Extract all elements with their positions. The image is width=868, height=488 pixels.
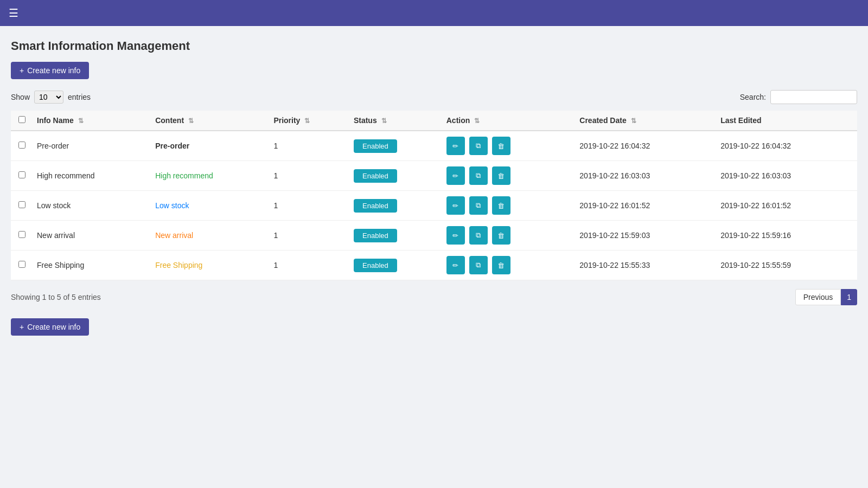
- action-group-3: ✏ ⧉ 🗑: [446, 226, 571, 245]
- row-action: ✏ ⧉ 🗑: [442, 131, 576, 161]
- header-priority: Priority ⇅: [269, 111, 349, 131]
- showing-text: Showing 1 to 5 of 5 entries: [11, 293, 101, 301]
- table-header-row: Info Name ⇅ Content ⇅ Priority ⇅ Status …: [11, 111, 857, 131]
- top-bar: ☰: [0, 0, 868, 26]
- row-priority: 1: [269, 221, 349, 251]
- table-row: High recommend High recommend 1 Enabled …: [11, 161, 857, 191]
- status-enabled-button-1[interactable]: Enabled: [354, 169, 397, 183]
- row-last-edited: 2019-10-22 16:04:32: [716, 131, 857, 161]
- header-created-date: Created Date ⇅: [575, 111, 716, 131]
- main-content: Smart Information Management + Create ne…: [0, 26, 868, 359]
- row-last-edited: 2019-10-22 16:03:03: [716, 161, 857, 191]
- search-area: Search:: [740, 90, 857, 104]
- edit-button-2[interactable]: ✏: [446, 196, 465, 215]
- row-priority: 1: [269, 191, 349, 221]
- row-content: New arrival: [151, 221, 269, 251]
- edit-button-4[interactable]: ✏: [446, 256, 465, 274]
- table-row: New arrival New arrival 1 Enabled ✏ ⧉ 🗑 …: [11, 221, 857, 251]
- action-group-4: ✏ ⧉ 🗑: [446, 256, 571, 274]
- row-priority: 1: [269, 161, 349, 191]
- header-content: Content ⇅: [151, 111, 269, 131]
- page-title: Smart Information Management: [11, 39, 857, 53]
- row-last-edited: 2019-10-22 15:59:16: [716, 221, 857, 251]
- row-status: Enabled: [349, 251, 442, 280]
- copy-button-1[interactable]: ⧉: [469, 166, 488, 185]
- delete-button-4[interactable]: 🗑: [492, 256, 510, 274]
- sort-icon-status[interactable]: ⇅: [381, 117, 387, 125]
- delete-button-3[interactable]: 🗑: [492, 226, 510, 245]
- status-enabled-button-4[interactable]: Enabled: [354, 259, 397, 272]
- row-checkbox-col: [11, 131, 33, 161]
- sort-icon-content[interactable]: ⇅: [188, 117, 194, 125]
- row-created-date: 2019-10-22 15:59:03: [575, 221, 716, 251]
- row-content: Low stock: [151, 191, 269, 221]
- status-enabled-button-3[interactable]: Enabled: [354, 229, 397, 242]
- row-content: Free Shipping: [151, 251, 269, 280]
- row-checkbox-0[interactable]: [18, 142, 25, 149]
- pagination-row: Showing 1 to 5 of 5 entries Previous 1: [11, 289, 857, 305]
- hamburger-icon[interactable]: ☰: [9, 7, 18, 20]
- row-info-name: Free Shipping: [33, 251, 151, 280]
- row-info-name: Low stock: [33, 191, 151, 221]
- row-checkbox-2[interactable]: [18, 201, 25, 208]
- delete-button-2[interactable]: 🗑: [492, 196, 510, 215]
- delete-button-1[interactable]: 🗑: [492, 166, 510, 185]
- edit-button-1[interactable]: ✏: [446, 166, 465, 185]
- row-created-date: 2019-10-22 16:04:32: [575, 131, 716, 161]
- row-checkbox-col: [11, 251, 33, 280]
- copy-button-2[interactable]: ⧉: [469, 196, 488, 215]
- previous-button[interactable]: Previous: [795, 289, 841, 305]
- edit-button-3[interactable]: ✏: [446, 226, 465, 245]
- row-status: Enabled: [349, 131, 442, 161]
- copy-button-3[interactable]: ⧉: [469, 226, 488, 245]
- delete-button-0[interactable]: 🗑: [492, 137, 510, 155]
- pagination-buttons: Previous 1: [795, 289, 857, 305]
- search-label: Search:: [740, 93, 766, 101]
- copy-button-4[interactable]: ⧉: [469, 256, 488, 274]
- row-created-date: 2019-10-22 16:01:52: [575, 191, 716, 221]
- table-row: Low stock Low stock 1 Enabled ✏ ⧉ 🗑 2019…: [11, 191, 857, 221]
- row-action: ✏ ⧉ 🗑: [442, 191, 576, 221]
- row-created-date: 2019-10-22 16:03:03: [575, 161, 716, 191]
- show-entries: Show 10 25 50 100 entries: [11, 91, 91, 104]
- create-new-info-button-top[interactable]: + Create new info: [11, 62, 89, 79]
- entries-select[interactable]: 10 25 50 100: [34, 91, 63, 104]
- sort-icon-priority[interactable]: ⇅: [304, 117, 310, 125]
- create-button-bottom-label: Create new info: [27, 323, 80, 331]
- row-checkbox-col: [11, 221, 33, 251]
- sort-icon-created-date[interactable]: ⇅: [631, 117, 636, 125]
- plus-icon-top: +: [20, 66, 24, 75]
- row-created-date: 2019-10-22 15:55:33: [575, 251, 716, 280]
- edit-button-0[interactable]: ✏: [446, 137, 465, 155]
- action-group-2: ✏ ⧉ 🗑: [446, 196, 571, 215]
- create-button-top-label: Create new info: [27, 66, 80, 75]
- sort-icon-action[interactable]: ⇅: [474, 117, 480, 125]
- row-info-name: High recommend: [33, 161, 151, 191]
- header-status: Status ⇅: [349, 111, 442, 131]
- header-last-edited: Last Edited: [716, 111, 857, 131]
- row-checkbox-3[interactable]: [18, 231, 25, 238]
- row-checkbox-col: [11, 191, 33, 221]
- row-status: Enabled: [349, 221, 442, 251]
- sort-icon-info-name[interactable]: ⇅: [78, 117, 84, 125]
- status-enabled-button-2[interactable]: Enabled: [354, 199, 397, 213]
- table-controls: Show 10 25 50 100 entries Search:: [11, 90, 857, 104]
- header-checkbox-col: [11, 111, 33, 131]
- row-info-name: New arrival: [33, 221, 151, 251]
- entries-label: entries: [68, 93, 91, 101]
- status-enabled-button-0[interactable]: Enabled: [354, 139, 397, 153]
- row-info-name: Pre-order: [33, 131, 151, 161]
- search-input[interactable]: [770, 90, 857, 104]
- action-group-0: ✏ ⧉ 🗑: [446, 137, 571, 155]
- next-page-button[interactable]: 1: [841, 289, 857, 305]
- info-table: Info Name ⇅ Content ⇅ Priority ⇅ Status …: [11, 111, 857, 280]
- select-all-checkbox[interactable]: [18, 116, 25, 123]
- row-checkbox-1[interactable]: [18, 171, 25, 178]
- row-checkbox-4[interactable]: [18, 261, 25, 268]
- create-new-info-button-bottom[interactable]: + Create new info: [11, 318, 89, 336]
- action-group-1: ✏ ⧉ 🗑: [446, 166, 571, 185]
- row-content: Pre-order: [151, 131, 269, 161]
- header-info-name: Info Name ⇅: [33, 111, 151, 131]
- table-row: Pre-order Pre-order 1 Enabled ✏ ⧉ 🗑 2019…: [11, 131, 857, 161]
- copy-button-0[interactable]: ⧉: [469, 137, 488, 155]
